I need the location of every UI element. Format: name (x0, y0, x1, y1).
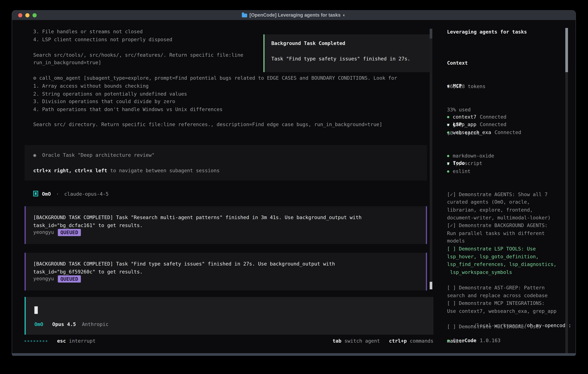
mcp-heading: MCP (453, 82, 462, 90)
product-name-light: Open (453, 337, 465, 345)
traffic-lights (18, 13, 37, 17)
task-message-meta: yeongyu QUEUED (33, 275, 81, 283)
agent-badge-icon (33, 191, 38, 197)
agent-name: OmO (42, 191, 51, 197)
text-cursor (34, 306, 38, 314)
zoom-button[interactable] (32, 13, 37, 17)
agent-model: claude-opus-4-5 (64, 191, 109, 197)
task-message-box[interactable]: [BACKGROUND TASK COMPLETED] Task "Resear… (25, 206, 427, 244)
todo-item[interactable]: [✓] Demonstrate AGENTS: Show all 7 curat… (447, 191, 566, 222)
esc-key-hint[interactable]: esc (57, 337, 66, 345)
collapse-triangle-icon[interactable]: ▼ (447, 160, 450, 168)
todo-item[interactable]: [✓] Demonstrate BACKGROUND AGENTS: Run p… (447, 222, 566, 245)
bug-list-block: 1. Array access without bounds checking … (33, 82, 222, 113)
main-scrollbar-marker (430, 29, 432, 39)
status-bar: esc interrupt tab switch agent ctrl+p co… (25, 337, 433, 345)
main-scrollbar-thumb[interactable] (430, 282, 432, 289)
subagent-nav-hint: ctrl+x right, ctrl+x left to navigate be… (33, 167, 220, 175)
session-title: Leveraging agents for tasks (447, 28, 566, 36)
workspace-path-prefix: ~/local-workspaces/ (471, 322, 527, 328)
input-agent-name[interactable]: OmO (34, 322, 43, 327)
version-line: OpenCode 1.0.163 (447, 337, 566, 345)
task-message-box[interactable]: [BACKGROUND TASK COMPLETED] Task "Find t… (25, 253, 427, 291)
task-message-line2: task_id="bg_dcfac161" to get results. (33, 222, 143, 229)
input-model-name[interactable]: Opus 4.5 (52, 322, 76, 327)
window-content: 3. File handles or streams not closed 4.… (12, 20, 576, 353)
collapse-triangle-icon[interactable]: ▼ (447, 83, 450, 91)
tab-key-label: switch agent (345, 337, 380, 345)
oracle-task-title: Oracle Task "Deep architecture review" (42, 152, 155, 158)
input-provider-name: Anthropic (82, 322, 108, 327)
agent-model-line: OmO · claude-opus-4-5 (33, 190, 109, 198)
gear-icon: ⚙ (33, 75, 36, 81)
lsp-section-header[interactable]: ▼ LSP (447, 121, 566, 129)
ctrlp-key-hint[interactable]: ctrl+p (389, 337, 407, 345)
input-status-line: OmO Opus 4.5 Anthropic (34, 321, 108, 328)
minimize-button[interactable] (25, 13, 30, 17)
queued-badge: QUEUED (58, 275, 81, 282)
tool-call-line: ⚙call_omo_agent [subagent_type=explore, … (33, 74, 397, 82)
lsp-item: markdown-oxide (447, 152, 566, 160)
session-state-icon: ◐ (343, 11, 346, 19)
background-task-toast[interactable]: Background Task Completed Task "Find typ… (263, 34, 432, 72)
toast-title: Background Task Completed (271, 40, 345, 47)
todo-heading: Todo (453, 159, 465, 167)
folder-icon (242, 13, 247, 17)
oracle-task-panel[interactable]: ◉ Oracle Task "Deep architecture review"… (25, 145, 427, 181)
workspace-path: ~/local-workspaces/oh-my-opencode: maste… (447, 314, 566, 353)
task-message-meta: yeongyu QUEUED (33, 229, 81, 236)
task-message-line2: task_id="bg_6f59260c" to get results. (33, 268, 143, 276)
tab-key-hint[interactable]: tab (333, 337, 341, 345)
task-user: yeongyu (33, 229, 54, 236)
task-message-line1: [BACKGROUND TASK COMPLETED] Task "Find t… (33, 260, 335, 268)
tool-call-text: call_omo_agent [subagent_type=explore, p… (39, 75, 397, 81)
sidebar-scrollbar[interactable] (565, 28, 568, 353)
oracle-task-title-line: ◉ Oracle Task "Deep architecture review" (33, 151, 155, 159)
lsp-name: markdown-oxide (453, 152, 494, 160)
mcp-section-header[interactable]: ▼ MCP (447, 82, 566, 90)
version-number: 1.0.163 (480, 337, 501, 345)
ctrlp-key-label: commands (410, 337, 433, 345)
screenshot-stage: [OpenCode] Leveraging agents for tasks ◐… (0, 0, 588, 374)
mcp-name: context7 (453, 113, 476, 121)
prompt-input[interactable]: OmO Opus 4.5 Anthropic (25, 297, 433, 335)
nav-hint-keys: ctrl+x right, ctrl+x left (33, 168, 107, 173)
task-message-line1: [BACKGROUND TASK COMPLETED] Task "Resear… (33, 214, 362, 222)
nav-hint-text: to navigate between subagent sessions (107, 168, 220, 173)
main-scrollbar[interactable] (430, 29, 432, 289)
todo-item[interactable]: [ ] Demonstrate AST-GREP: Pattern search… (447, 284, 566, 300)
task-user: yeongyu (33, 275, 54, 283)
context-heading: Context (447, 59, 566, 67)
todo-list: [✓] Demonstrate AGENTS: Show all 7 curat… (447, 167, 566, 331)
window-title: [OpenCode] Leveraging agents for tasks ◐ (242, 11, 346, 19)
toast-body: Task "Find type safety issues" finished … (271, 55, 410, 63)
busy-spinner-icon (25, 341, 47, 342)
opencode-window: [OpenCode] Leveraging agents for tasks ◐… (12, 10, 576, 356)
esc-key-label: interrupt (69, 337, 96, 345)
mcp-item: context7 Connected (447, 113, 566, 121)
product-name-bold: Code (465, 337, 476, 345)
todo-item[interactable]: [ ] Demonstrate LSP TOOLS: Use lsp_hover… (447, 245, 566, 276)
collapse-triangle-icon[interactable]: ▼ (447, 121, 450, 129)
active-dot-icon (447, 155, 449, 157)
todo-section-header[interactable]: ▼ Todo (447, 159, 566, 167)
search-directive-line: Search src/ directory. Return specific f… (33, 121, 382, 129)
record-circle-icon: ◉ (33, 152, 36, 158)
workspace-repo: oh-my-opencode: (527, 322, 571, 328)
queued-badge: QUEUED (58, 229, 81, 236)
connected-dot-icon (447, 116, 449, 118)
window-title-text: [OpenCode] Leveraging agents for tasks (250, 11, 341, 19)
window-titlebar[interactable]: [OpenCode] Leveraging agents for tasks ◐ (12, 10, 576, 20)
terminal-output-block: 3. File handles or streams not closed 4.… (33, 28, 243, 67)
todo-item[interactable]: [ ] Demonstrate MCP INTEGRATIONS: Use co… (447, 300, 566, 315)
sidebar-scrollbar-thumb[interactable] (565, 28, 568, 72)
mcp-status: Connected (480, 113, 506, 121)
separator-dot: · (56, 191, 59, 197)
close-button[interactable] (18, 13, 22, 17)
lsp-heading: LSP (453, 121, 462, 129)
online-dot-icon (447, 340, 449, 342)
